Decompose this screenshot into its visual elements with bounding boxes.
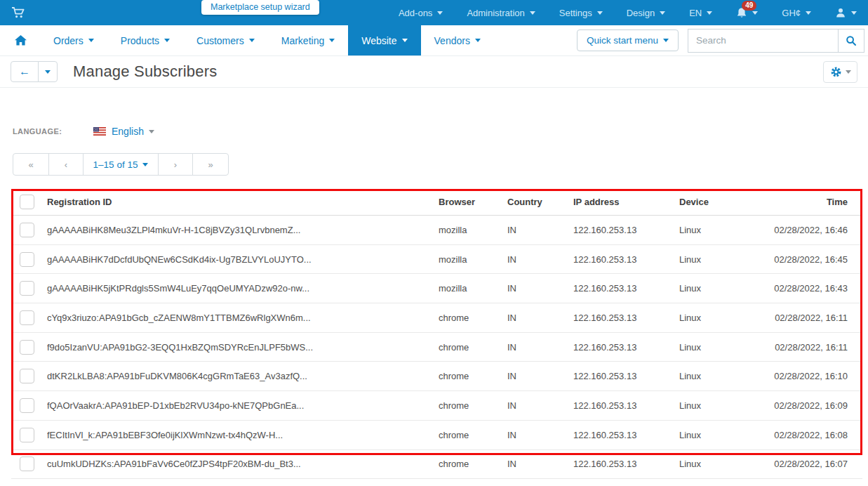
header-time: Time: [750, 197, 862, 207]
chevron-down-icon: [851, 11, 857, 15]
search-button[interactable]: [839, 29, 864, 53]
pagination-last-button[interactable]: »: [192, 153, 229, 176]
cell-time: 02/28/2022, 16:46: [750, 225, 862, 235]
cell-registration-id: f9do5IzanVU:APA91bG2-3EQQ1HxBZQmSDYRcEnJ…: [47, 342, 439, 353]
nav-products-label: Products: [121, 35, 159, 46]
cell-country: IN: [507, 371, 573, 381]
menu-settings[interactable]: Settings: [559, 8, 603, 18]
back-dropdown-button[interactable]: [38, 61, 58, 82]
back-button[interactable]: ←: [11, 61, 39, 82]
chevron-down-icon: [530, 11, 535, 15]
quick-start-menu-label: Quick start menu: [587, 35, 658, 46]
chevron-down-icon: [45, 70, 51, 74]
menu-add-ons-label: Add-ons: [399, 8, 432, 18]
nav-marketing[interactable]: Marketing: [268, 25, 348, 55]
quick-start-menu-button[interactable]: Quick start menu: [577, 29, 679, 51]
chevron-down-icon: [437, 11, 443, 15]
chevron-down-icon: [475, 39, 481, 42]
header-device: Device: [679, 197, 750, 207]
currency-switcher[interactable]: GH¢: [782, 8, 811, 18]
cell-time: 02/28/2022, 16:08: [750, 430, 862, 440]
chevron-down-icon: [846, 70, 851, 74]
cell-browser: mozilla: [439, 254, 507, 265]
storefront-cart-button[interactable]: [11, 6, 25, 19]
table-row-partial: [11, 479, 862, 486]
arrow-left-icon: ←: [19, 65, 30, 78]
pagination: « ‹ 1–15 of 15 › »: [0, 153, 868, 176]
cell-browser: chrome: [439, 430, 507, 440]
table-row: cYq9x3riuzo:APA91bGcb_cZAENW8mY1TTBMZ6wR…: [11, 303, 862, 333]
table-row: fQAOrVaakrA:APA91bEP-D1xbEb2RVU34po-kNE7…: [11, 391, 862, 421]
nav-customers-label: Customers: [196, 35, 244, 46]
cell-device: Linux: [679, 254, 750, 265]
row-checkbox[interactable]: [20, 281, 34, 296]
nav-orders[interactable]: Orders: [40, 25, 107, 55]
language-label: LANGUAGE:: [13, 127, 93, 136]
cell-ip-address: 122.160.253.13: [573, 342, 679, 353]
nav-orders-label: Orders: [53, 35, 84, 46]
row-checkbox[interactable]: [20, 457, 34, 471]
user-account-menu[interactable]: [835, 7, 857, 18]
language-select[interactable]: English: [93, 126, 154, 137]
cell-device: Linux: [679, 371, 750, 381]
table-row: fECItInVl_k:APA91bEBF3Ofe0ijKlXWmNzwt-tx…: [11, 421, 862, 450]
cell-registration-id: cYq9x3riuzo:APA91bGcb_cZAENW8mY1TTBMZ6wR…: [47, 313, 439, 323]
nav-home[interactable]: [1, 25, 40, 55]
cell-time: 02/28/2022, 16:10: [750, 371, 862, 381]
cell-time: 02/28/2022, 16:11: [750, 313, 862, 323]
nav-website[interactable]: Website: [348, 25, 420, 55]
row-checkbox[interactable]: [20, 340, 34, 355]
nav-vendors-label: Vendors: [434, 35, 470, 46]
row-checkbox[interactable]: [20, 428, 34, 442]
menu-design[interactable]: Design: [627, 8, 665, 18]
cell-ip-address: 122.160.253.13: [573, 459, 679, 469]
cell-country: IN: [507, 400, 573, 411]
cell-registration-id: dtKR2LkLBA8:APA91bFuDKVM806K4cgGRmTaE63_…: [47, 371, 439, 381]
menu-administration[interactable]: Administration: [467, 8, 535, 18]
page-settings-button[interactable]: [823, 61, 857, 83]
pagination-next-button[interactable]: ›: [158, 153, 193, 176]
row-checkbox[interactable]: [20, 398, 34, 413]
select-all-checkbox[interactable]: [20, 195, 34, 209]
pagination-prev-button[interactable]: ‹: [48, 153, 84, 176]
cell-device: Linux: [679, 400, 750, 411]
us-flag-icon: [93, 127, 106, 136]
menu-settings-label: Settings: [559, 8, 592, 18]
pagination-range-dropdown[interactable]: 1–15 of 15: [83, 153, 159, 176]
chevron-down-icon: [142, 163, 148, 166]
cell-time: 02/28/2022, 16:09: [750, 400, 862, 411]
nav-vendors[interactable]: Vendors: [421, 25, 494, 55]
pagination-range-label: 1–15 of 15: [93, 159, 138, 170]
row-checkbox[interactable]: [20, 252, 34, 267]
cell-browser: mozilla: [439, 283, 507, 294]
home-icon: [15, 35, 27, 46]
header-browser: Browser: [439, 197, 507, 207]
notifications-dropdown[interactable]: 49: [736, 7, 758, 19]
cell-country: IN: [507, 313, 573, 323]
marketplace-setup-wizard-button[interactable]: Marketplace setup wizard: [201, 0, 319, 15]
row-checkbox[interactable]: [20, 223, 34, 237]
header-ip-address: IP address: [573, 197, 679, 207]
nav-customers[interactable]: Customers: [183, 25, 268, 55]
row-checkbox[interactable]: [20, 369, 34, 383]
pagination-first-button[interactable]: «: [13, 153, 49, 176]
cell-registration-id: gAAAAABiHK7dDcfdUbQNEw6CSdKd4ix-Ug7BZLVY…: [47, 254, 439, 265]
language-switcher[interactable]: EN: [689, 8, 712, 18]
chevron-down-icon: [597, 11, 603, 15]
cell-browser: chrome: [439, 371, 507, 381]
cell-device: Linux: [679, 430, 750, 440]
cart-icon: [11, 6, 25, 19]
subscribers-table: Registration ID Browser Country IP addre…: [11, 189, 862, 486]
cell-time: 02/28/2022, 16:43: [750, 283, 862, 294]
cell-browser: chrome: [439, 459, 507, 469]
cell-registration-id: fECItInVl_k:APA91bEBF3Ofe0ijKlXWmNzwt-tx…: [47, 430, 439, 440]
menu-add-ons[interactable]: Add-ons: [399, 8, 443, 18]
row-checkbox[interactable]: [20, 310, 34, 325]
gear-icon: [830, 66, 842, 78]
cell-time: 02/28/2022, 16:45: [750, 254, 862, 265]
search-input[interactable]: [688, 29, 839, 53]
top-menu: Add-ons Administration Settings Design E…: [399, 7, 857, 19]
cell-country: IN: [507, 459, 573, 469]
currency-label: GH¢: [782, 8, 801, 18]
nav-products[interactable]: Products: [107, 25, 183, 55]
